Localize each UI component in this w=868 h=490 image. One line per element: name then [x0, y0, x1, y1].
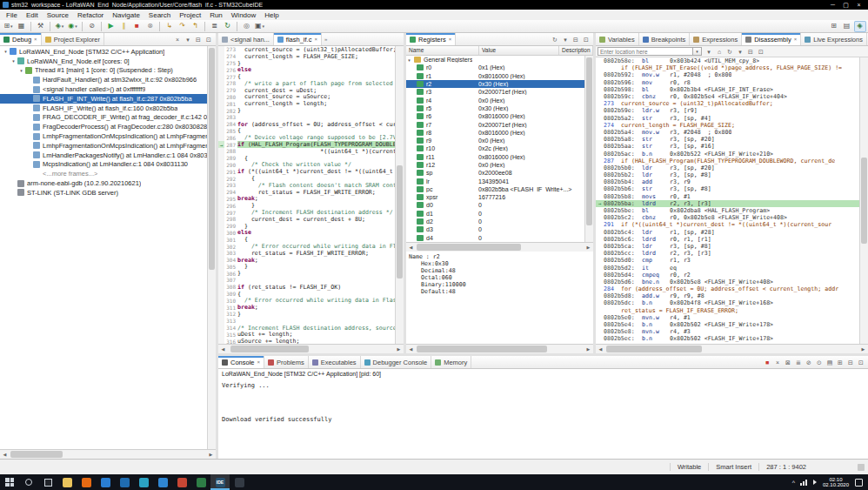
register-row[interactable]: r110x8016000 (Hex)	[406, 153, 584, 161]
disassembly-line[interactable]: 0802b5c6:ldrdr0, r1, [r1]	[596, 236, 859, 243]
office-app[interactable]	[172, 474, 191, 490]
excel-app[interactable]	[191, 474, 210, 490]
register-row[interactable]: r50x30 (Hex)	[406, 104, 584, 112]
code-line-text[interactable]	[237, 318, 395, 325]
register-row[interactable]: r90x0 (Hex)	[406, 137, 584, 144]
volume-icon[interactable]	[811, 474, 819, 490]
scroll-left-icon[interactable]: ◀	[218, 345, 228, 353]
expander-icon[interactable]: ▾	[18, 68, 24, 73]
debug-tree-item[interactable]: FragDecoderProcess() at FragDecoder.c:28…	[0, 122, 207, 131]
register-row[interactable]: r100x2c (Hex)	[406, 144, 584, 152]
disassembly-line[interactable]: 0802b5d8:add.wr9, r9, #8	[596, 292, 859, 299]
maximize-view-button[interactable]: ⊡	[856, 357, 866, 367]
close-tab-icon[interactable]: ×	[314, 37, 317, 42]
disassembly-line[interactable]: 0802b58e:bl0x803b424 <UTIL_MEM_cpy_8>	[596, 57, 859, 64]
column-header-value[interactable]: Value	[479, 46, 559, 55]
resume-button[interactable]: ▶	[105, 21, 117, 32]
console-tab-problems[interactable]: Problems	[264, 356, 309, 368]
disassembly-hscrollbar[interactable]: ◀ ▶	[596, 344, 868, 353]
scrollbar-thumb[interactable]	[861, 158, 867, 244]
console-tab-executables[interactable]: Executables	[309, 356, 361, 368]
code-line-text[interactable]: /* Increment FLASH destination address *…	[237, 209, 395, 216]
code-line-text[interactable]: current_dest = uDest;	[237, 87, 395, 94]
menu-project[interactable]: Project	[175, 11, 205, 19]
register-row[interactable]: r120x0 (Hex)	[406, 161, 584, 169]
refresh-button[interactable]: ↻	[724, 46, 735, 57]
code-line-text[interactable]: ret_status = FLASH_IF_WRITE_ERROR;	[237, 250, 395, 257]
search-button[interactable]: ◎	[241, 21, 253, 32]
search-button[interactable]	[19, 474, 38, 490]
disassembly-source-line[interactable]: 273current_source = (uint32_t)pAllocated…	[596, 100, 859, 107]
register-row[interactable]: r60x8016000 (Hex)	[406, 112, 584, 120]
terminate-launch-button[interactable]: ■	[762, 357, 772, 367]
expander-icon[interactable]: ▾	[3, 49, 9, 54]
register-row[interactable]: r70x200071ef (Hex)	[406, 120, 584, 128]
view-menu-button[interactable]: ▾	[735, 46, 745, 57]
debug-tree-item[interactable]: FLASH_IF_INT_Write() at flash_if.c:287 0…	[0, 94, 207, 104]
disassembly-line[interactable]: 0802b5d2:iteq	[596, 264, 859, 271]
code-line-text[interactable]: /* Check the written value */	[237, 162, 395, 169]
suspend-button[interactable]: ∥	[118, 21, 130, 32]
minimize-button[interactable]: ─	[826, 0, 839, 10]
debug-tab-debug[interactable]: Debug×	[0, 33, 42, 45]
edge-browser[interactable]	[96, 474, 115, 490]
scrollbar-thumb[interactable]	[230, 346, 309, 352]
column-header-name[interactable]: Name	[406, 46, 479, 55]
debug-tree-item[interactable]: ST-LINK (ST-LINK GDB server)	[0, 188, 207, 198]
menu-help[interactable]: Help	[260, 11, 283, 19]
register-row[interactable]: lr134395041	[406, 177, 584, 185]
disassembly-line[interactable]: 0802b5cc:ldrdr2, r3, [r3]	[596, 250, 859, 257]
disassembly-source-line[interactable]: if (FLASH_IF_INT_Erase((void *)page_addr…	[596, 64, 859, 71]
menu-source[interactable]: Source	[43, 11, 73, 19]
menu-navigate[interactable]: Navigate	[108, 11, 144, 19]
scroll-left-icon[interactable]: ◀	[406, 243, 416, 252]
code-line-text[interactable]	[237, 277, 395, 284]
location-dropdown-button[interactable]: ▾	[704, 46, 714, 57]
step-into-button[interactable]: ↳	[164, 21, 176, 32]
debug-tree-item[interactable]: ▾LoRaWAN_End_Node.elf [cores: 0]	[0, 57, 207, 66]
menu-edit[interactable]: Edit	[22, 11, 43, 19]
code-line-text[interactable]: {	[237, 291, 395, 298]
tray-expand-icon[interactable]: ^	[790, 474, 798, 490]
disassembly-line[interactable]: 0802b5b8:movsr0, #1	[596, 193, 859, 200]
disassembly-line[interactable]: 0802b59c:cbnzr0, 0x802b5e4 <FLASH_IF_Wri…	[596, 93, 859, 100]
debug-tree-item[interactable]: <...more frames...>	[0, 169, 207, 178]
mail-app[interactable]	[115, 474, 134, 490]
code-line-text[interactable]: {	[237, 175, 395, 182]
register-row[interactable]: r30x200071ef (Hex)	[406, 88, 584, 96]
disassembly-source-line[interactable]: 291if (*((uint64_t *)current_dest != *((…	[596, 221, 859, 228]
code-line-text[interactable]: uDest += length;	[237, 331, 395, 338]
code-line-text[interactable]: {	[237, 73, 395, 80]
disassembly-line[interactable]: 0802b5aa:strr3, [sp, #16]	[596, 143, 859, 150]
external-tools-button[interactable]: ▣▾	[254, 21, 266, 32]
scroll-right-icon[interactable]: ▶	[394, 345, 404, 353]
registers-hscrollbar[interactable]: ◀ ▶	[406, 242, 593, 252]
scrollbar-thumb[interactable]	[606, 346, 702, 352]
disassembly-location-input[interactable]	[598, 47, 693, 56]
view-menu-button[interactable]: ▾	[183, 34, 193, 44]
code-line-text[interactable]: {	[237, 155, 395, 162]
disassembly-line[interactable]: 0802b5dc:b.n0x802b4f8 <FLASH_IF_Write+16…	[596, 299, 859, 306]
disassembly-vscrollbar[interactable]	[859, 57, 868, 344]
disassembly-line[interactable]: →0802b5ba:ldrdr2, r3, [r3]	[596, 200, 859, 207]
remove-launch-button[interactable]: ×	[772, 357, 783, 367]
code-line-text[interactable]: current_source = (uint32_t)pAllocatedBuf…	[237, 46, 395, 53]
menu-search[interactable]: Search	[144, 11, 175, 19]
menu-refactor[interactable]: Refactor	[73, 11, 108, 19]
disassembly-source-line[interactable]: 274current_length = FLASH_PAGE_SIZE;	[596, 122, 859, 129]
code-line-text[interactable]: }	[237, 264, 395, 271]
view-menu-button[interactable]: ▾	[560, 34, 571, 44]
minimize-view-button[interactable]: ⊟	[745, 46, 756, 57]
disassembly-line[interactable]: 0802b5be:bl0x802dba8 <HAL_FLASH_Program>	[596, 207, 859, 214]
register-row[interactable]: d30	[406, 225, 584, 233]
file-explorer[interactable]	[57, 474, 77, 490]
minimize-view-button[interactable]: ⊟	[193, 34, 204, 44]
disassembly-line[interactable]: 0802b592:mov.wr1, #2048 ; 0x800	[596, 71, 859, 78]
scroll-left-icon[interactable]: ◀	[0, 450, 10, 459]
scrollbar-thumb[interactable]	[10, 451, 63, 458]
code-line-text[interactable]: if (*((uint64_t *)current_dest != *((uin…	[237, 168, 395, 175]
editor-tab-flash-if-c[interactable]: flash_if.c×	[274, 33, 322, 45]
code-line-text[interactable]: if (HAL_FLASH_Program(FLASH_TYPEPROGRAM_…	[237, 141, 395, 148]
code-line-text[interactable]: /* Increment FLASH destination address, …	[237, 325, 395, 332]
debug-hscrollbar[interactable]: ◀ ▶	[0, 449, 216, 459]
